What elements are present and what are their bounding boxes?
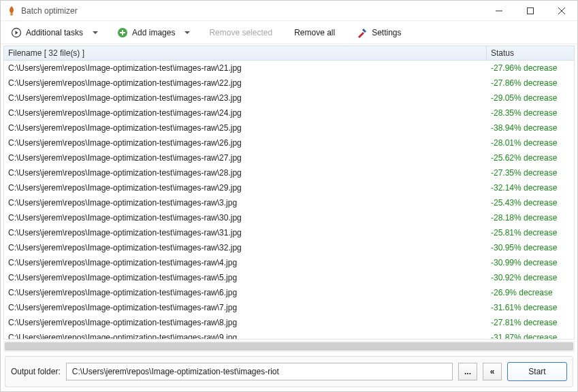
svg-point-0 xyxy=(10,13,13,16)
list-body[interactable]: C:\Users\jerem\repos\Image-optimization-… xyxy=(3,61,575,340)
additional-tasks-label: Additional tasks xyxy=(26,28,83,37)
additional-tasks-button[interactable]: Additional tasks xyxy=(5,23,89,42)
svg-rect-2 xyxy=(528,7,534,14)
start-button[interactable]: Start xyxy=(507,362,567,381)
status-cell: -27.81% decrease xyxy=(487,315,574,330)
filename-cell: C:\Users\jerem\repos\Image-optimization-… xyxy=(4,135,487,150)
status-cell: -30.92% decrease xyxy=(487,270,574,285)
additional-tasks-dropdown[interactable] xyxy=(89,23,101,42)
filename-cell: C:\Users\jerem\repos\Image-optimization-… xyxy=(4,180,487,195)
filename-cell: C:\Users\jerem\repos\Image-optimization-… xyxy=(4,210,487,225)
table-row[interactable]: C:\Users\jerem\repos\Image-optimization-… xyxy=(4,165,574,180)
filename-cell: C:\Users\jerem\repos\Image-optimization-… xyxy=(4,330,487,340)
plus-circle-icon xyxy=(117,27,128,38)
add-images-dropdown[interactable] xyxy=(181,23,193,42)
list-header: Filename [ 32 file(s) ] Status xyxy=(3,46,575,61)
status-cell: -28.35% decrease xyxy=(487,105,574,120)
filename-cell: C:\Users\jerem\repos\Image-optimization-… xyxy=(4,270,487,285)
titlebar: Batch optimizer xyxy=(1,1,577,21)
status-cell: -25.43% decrease xyxy=(487,195,574,210)
status-cell: -32.14% decrease xyxy=(487,180,574,195)
status-cell: -25.62% decrease xyxy=(487,150,574,165)
status-cell: -25.81% decrease xyxy=(487,225,574,240)
table-row[interactable]: C:\Users\jerem\repos\Image-optimization-… xyxy=(4,105,574,120)
filename-cell: C:\Users\jerem\repos\Image-optimization-… xyxy=(4,61,487,76)
recent-folders-button[interactable]: « xyxy=(483,363,502,380)
filename-cell: C:\Users\jerem\repos\Image-optimization-… xyxy=(4,150,487,165)
remove-all-label: Remove all xyxy=(294,28,335,37)
filename-header[interactable]: Filename [ 32 file(s) ] xyxy=(4,46,487,60)
filename-cell: C:\Users\jerem\repos\Image-optimization-… xyxy=(4,285,487,300)
table-row[interactable]: C:\Users\jerem\repos\Image-optimization-… xyxy=(4,285,574,300)
add-images-button[interactable]: Add images xyxy=(111,23,181,42)
status-cell: -38.94% decrease xyxy=(487,120,574,135)
minimize-button[interactable] xyxy=(483,1,515,21)
status-cell: -28.18% decrease xyxy=(487,210,574,225)
table-row[interactable]: C:\Users\jerem\repos\Image-optimization-… xyxy=(4,195,574,210)
toolbar: Additional tasks Add images Remove selec… xyxy=(1,21,577,44)
status-cell: -26.9% decrease xyxy=(487,285,574,300)
filename-cell: C:\Users\jerem\repos\Image-optimization-… xyxy=(4,120,487,135)
table-row[interactable]: C:\Users\jerem\repos\Image-optimization-… xyxy=(4,76,574,91)
filename-cell: C:\Users\jerem\repos\Image-optimization-… xyxy=(4,255,487,270)
close-button[interactable] xyxy=(546,1,577,21)
play-circle-icon xyxy=(11,27,22,38)
app-icon xyxy=(6,5,17,16)
status-cell: -27.35% decrease xyxy=(487,165,574,180)
table-row[interactable]: C:\Users\jerem\repos\Image-optimization-… xyxy=(4,180,574,195)
remove-selected-label: Remove selected xyxy=(209,28,272,37)
remove-all-button[interactable]: Remove all xyxy=(288,23,341,42)
filename-cell: C:\Users\jerem\repos\Image-optimization-… xyxy=(4,225,487,240)
table-row[interactable]: C:\Users\jerem\repos\Image-optimization-… xyxy=(4,210,574,225)
table-row[interactable]: C:\Users\jerem\repos\Image-optimization-… xyxy=(4,225,574,240)
output-folder-input[interactable] xyxy=(66,363,453,380)
settings-button[interactable]: Settings xyxy=(351,23,407,42)
add-images-label: Add images xyxy=(132,28,175,37)
tools-icon xyxy=(357,27,368,38)
status-cell: -27.96% decrease xyxy=(487,61,574,76)
window: Batch optimizer Additional tasks Add ima… xyxy=(0,0,578,392)
status-header[interactable]: Status xyxy=(487,46,574,60)
table-row[interactable]: C:\Users\jerem\repos\Image-optimization-… xyxy=(4,91,574,105)
file-list: Filename [ 32 file(s) ] Status C:\Users\… xyxy=(3,46,575,340)
filename-cell: C:\Users\jerem\repos\Image-optimization-… xyxy=(4,240,487,255)
table-row[interactable]: C:\Users\jerem\repos\Image-optimization-… xyxy=(4,315,574,330)
window-title: Batch optimizer xyxy=(21,6,483,16)
table-row[interactable]: C:\Users\jerem\repos\Image-optimization-… xyxy=(4,255,574,270)
scrollbar-thumb[interactable] xyxy=(5,342,573,350)
filename-cell: C:\Users\jerem\repos\Image-optimization-… xyxy=(4,315,487,330)
table-row[interactable]: C:\Users\jerem\repos\Image-optimization-… xyxy=(4,330,574,340)
filename-cell: C:\Users\jerem\repos\Image-optimization-… xyxy=(4,195,487,210)
status-cell: -28.01% decrease xyxy=(487,135,574,150)
table-row[interactable]: C:\Users\jerem\repos\Image-optimization-… xyxy=(4,135,574,150)
status-cell: -27.86% decrease xyxy=(487,76,574,91)
status-cell: -31.61% decrease xyxy=(487,300,574,315)
status-cell: -29.05% decrease xyxy=(487,91,574,105)
filename-cell: C:\Users\jerem\repos\Image-optimization-… xyxy=(4,91,487,105)
filename-cell: C:\Users\jerem\repos\Image-optimization-… xyxy=(4,165,487,180)
filename-cell: C:\Users\jerem\repos\Image-optimization-… xyxy=(4,76,487,91)
footer: Output folder: ... « Start xyxy=(5,356,573,387)
status-cell: -30.95% decrease xyxy=(487,240,574,255)
table-row[interactable]: C:\Users\jerem\repos\Image-optimization-… xyxy=(4,150,574,165)
horizontal-scrollbar[interactable] xyxy=(3,341,575,352)
table-row[interactable]: C:\Users\jerem\repos\Image-optimization-… xyxy=(4,240,574,255)
status-cell: -31.87% decrease xyxy=(487,330,574,340)
table-row[interactable]: C:\Users\jerem\repos\Image-optimization-… xyxy=(4,120,574,135)
settings-label: Settings xyxy=(372,28,401,37)
output-folder-label: Output folder: xyxy=(11,367,61,376)
table-row[interactable]: C:\Users\jerem\repos\Image-optimization-… xyxy=(4,300,574,315)
table-row[interactable]: C:\Users\jerem\repos\Image-optimization-… xyxy=(4,61,574,76)
remove-selected-button[interactable]: Remove selected xyxy=(203,23,278,42)
filename-cell: C:\Users\jerem\repos\Image-optimization-… xyxy=(4,105,487,120)
browse-button[interactable]: ... xyxy=(458,363,477,380)
table-row[interactable]: C:\Users\jerem\repos\Image-optimization-… xyxy=(4,270,574,285)
status-cell: -30.99% decrease xyxy=(487,255,574,270)
maximize-button[interactable] xyxy=(515,1,546,21)
filename-cell: C:\Users\jerem\repos\Image-optimization-… xyxy=(4,300,487,315)
